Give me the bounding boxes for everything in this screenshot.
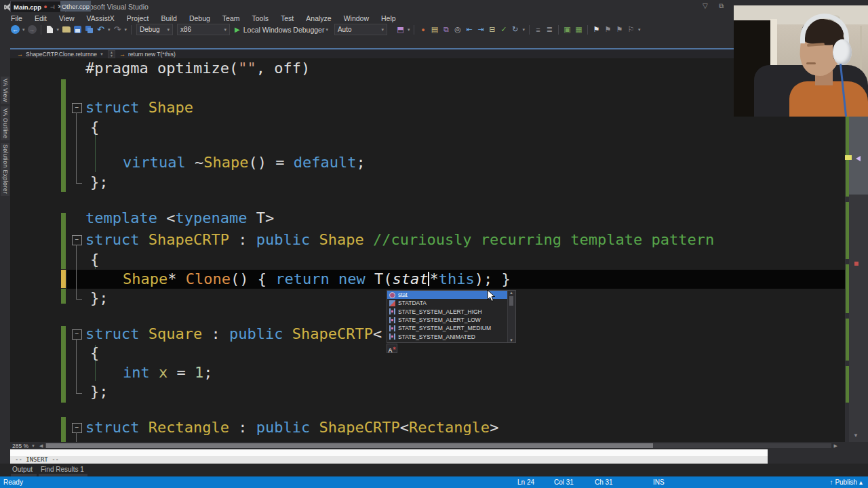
scroll-left-arrow-icon[interactable]: ◀ <box>39 443 43 449</box>
scrollbar-down-arrow-icon[interactable]: ▼ <box>853 432 859 439</box>
tab-main-cpp[interactable]: Main.cpp ● ⊣ ✕ <box>10 1 66 12</box>
editor-zoom-level[interactable]: 285 % <box>12 443 28 449</box>
fold-collapse-icon[interactable]: − <box>72 235 82 245</box>
syntax-check-icon[interactable]: ✓ <box>498 24 509 35</box>
side-tab-solution-explorer[interactable]: Solution Explorer <box>1 143 9 196</box>
menu-debug[interactable]: Debug <box>183 14 216 22</box>
save-all-button[interactable] <box>83 24 95 35</box>
next-bookmark-icon[interactable]: ⚑ <box>614 24 625 35</box>
refresh-icon[interactable]: ↻ <box>509 24 521 35</box>
fold-collapse-icon[interactable]: − <box>72 423 82 433</box>
surround-with-icon[interactable]: ▦ <box>573 24 585 35</box>
scope-spinner[interactable]: ▲▼ <box>108 50 115 58</box>
change-bar-saved <box>61 289 66 304</box>
intellisense-item[interactable]: STATE_SYSTEM_ALERT_LOW <box>387 316 515 324</box>
scope-dropdown-icon[interactable]: ▼ <box>100 52 104 56</box>
pin-tab-icon[interactable]: ⊣ <box>50 4 55 10</box>
intellisense-item[interactable]: STATE_SYSTEM_ANIMATED <box>387 332 515 340</box>
menu-build[interactable]: Build <box>155 14 183 22</box>
window-layout-icon[interactable]: ⧉ <box>440 24 452 35</box>
horizontal-scrollbar-track[interactable] <box>45 443 831 448</box>
solution-configuration-dropdown[interactable]: Debug▾ <box>136 24 173 35</box>
tab-other-cpp[interactable]: Other.cpp <box>60 1 91 12</box>
comment-icon[interactable]: ≡ <box>532 24 544 35</box>
insert-snippet-icon[interactable]: ▣ <box>561 24 573 35</box>
menu-tools[interactable]: Tools <box>246 14 275 22</box>
side-tab-va-outline[interactable]: VA Outline <box>1 106 9 140</box>
menu-file[interactable]: File <box>5 14 28 22</box>
new-file-dropdown[interactable]: ▾ <box>57 27 60 33</box>
menu-edit[interactable]: Edit <box>28 14 53 22</box>
popup-scrollbar[interactable]: ▲ ▼ <box>507 291 515 342</box>
breadcrumb-scope[interactable]: ShapeCRTP.Clone.returnne <box>26 51 97 58</box>
redo-dropdown[interactable]: ▾ <box>125 27 127 33</box>
step-backward-icon[interactable]: ⇤ <box>463 24 475 35</box>
vim-command-line[interactable] <box>10 449 768 456</box>
menu-window[interactable]: Window <box>338 14 375 22</box>
run-to-cursor-icon[interactable]: ⊟ <box>486 24 498 35</box>
start-debugging-button[interactable]: ▶ Local Windows Debugger ▾ <box>235 26 330 34</box>
menu-test[interactable]: Test <box>275 14 300 22</box>
scrollbar-thumb[interactable] <box>849 108 868 195</box>
intellisense-item-label: stat <box>398 291 408 298</box>
previous-bookmark-icon[interactable]: ⚑ <box>602 24 614 35</box>
status-insert-mode: INS <box>653 479 665 486</box>
goto-scope-icon: → <box>17 51 23 58</box>
code-line: struct ShapeCRTP : public Shape //curiou… <box>85 230 714 249</box>
breadcrumb-statement[interactable]: return new T(*this) <box>128 51 176 58</box>
define-icon <box>389 333 395 340</box>
undo-button[interactable] <box>95 24 106 35</box>
attach-to-process-icon[interactable]: ⬒ <box>395 24 406 35</box>
menu-vassistx[interactable]: VAssistX <box>81 14 121 22</box>
code-line: #pragma optimize("", off) <box>85 59 310 78</box>
redo-button[interactable] <box>112 24 123 35</box>
menu-help[interactable]: Help <box>375 14 402 22</box>
popup-scrollbar-thumb[interactable] <box>509 296 513 306</box>
publish-button[interactable]: ↑ Publish ▴ <box>830 479 863 486</box>
scroll-right-arrow-icon[interactable]: ▶ <box>833 443 837 449</box>
define-icon <box>389 308 395 314</box>
intellisense-item[interactable]: STATE_SYSTEM_ALERT_HIGH <box>387 308 515 316</box>
uncomment-icon[interactable]: ≣ <box>544 24 555 35</box>
zoom-dropdown-icon[interactable]: ▼ <box>31 444 35 448</box>
feedback-filter-icon[interactable]: ▽ <box>703 2 708 9</box>
popup-scroll-up-icon[interactable]: ▲ <box>509 291 513 295</box>
menu-project[interactable]: Project <box>121 14 155 22</box>
tab-find-results[interactable]: Find Results 1 <box>41 466 84 473</box>
toggle-bookmark-icon[interactable]: ⚑ <box>591 24 602 35</box>
autos-dropdown[interactable]: Auto▾ <box>334 24 387 35</box>
status-column-number: Col 31 <box>554 479 574 486</box>
code-line: Shape* Clone() { return new T(stat*this)… <box>123 270 511 289</box>
scrollbar-change-segment <box>846 366 849 403</box>
fold-guide-foot <box>76 183 82 184</box>
tab-output[interactable]: Output <box>12 466 33 473</box>
new-project-icon[interactable]: ▤ <box>429 24 440 35</box>
horizontal-scrollbar-thumb[interactable] <box>46 443 653 448</box>
popup-scroll-down-icon[interactable]: ▼ <box>509 338 513 342</box>
menu-team[interactable]: Team <box>216 14 246 22</box>
breakpoint-icon[interactable]: ● <box>417 24 429 35</box>
status-character-number: Ch 31 <box>595 479 613 486</box>
find-icon[interactable]: ◎ <box>452 24 463 35</box>
share-screen-icon[interactable]: ⧉ <box>719 2 724 10</box>
solution-platform-dropdown[interactable]: x86▾ <box>177 24 230 35</box>
navigate-back-dropdown[interactable]: ▾ <box>22 27 25 33</box>
fold-collapse-icon[interactable]: − <box>72 329 82 340</box>
open-file-button[interactable] <box>60 24 72 35</box>
clear-bookmarks-icon[interactable]: ⚐ <box>625 24 637 35</box>
menu-view[interactable]: View <box>53 14 81 22</box>
scrollbar-caret-arrow-icon <box>853 156 861 161</box>
undo-dropdown[interactable]: ▾ <box>108 27 111 33</box>
step-forward-icon[interactable]: ⇥ <box>475 24 486 35</box>
menu-analyze[interactable]: Analyze <box>300 14 337 22</box>
side-tab-va-view[interactable]: VA View <box>1 77 9 104</box>
new-file-button[interactable] <box>44 24 56 35</box>
fold-collapse-icon[interactable]: − <box>72 103 82 113</box>
scrollbar-error-marker <box>854 262 859 266</box>
navigate-back-button[interactable] <box>9 24 21 35</box>
intellisense-item[interactable]: STATE_SYSTEM_ALERT_MEDIUM <box>387 324 515 332</box>
va-suggestions-badge[interactable]: A✳ <box>387 344 397 353</box>
save-button[interactable] <box>72 24 83 35</box>
change-bar-saved <box>61 79 66 192</box>
navigate-forward-button[interactable] <box>26 24 38 35</box>
